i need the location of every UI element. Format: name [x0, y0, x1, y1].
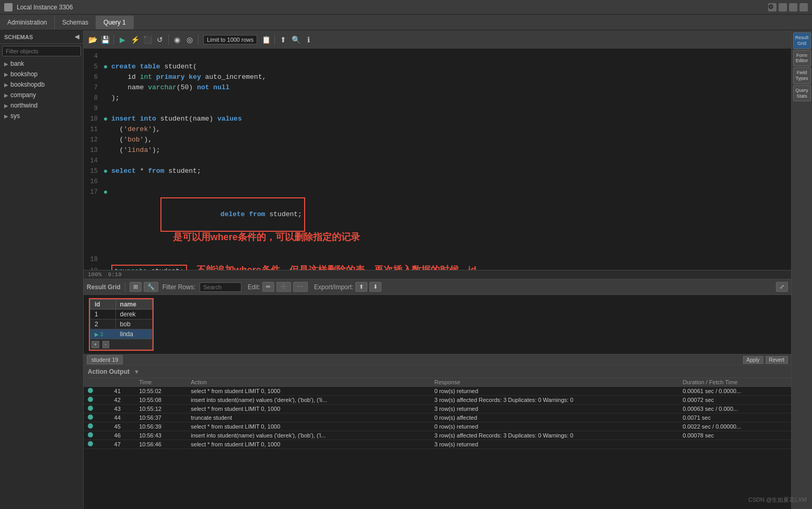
open-file-btn[interactable]: 📂	[87, 34, 98, 45]
export-btn[interactable]: ⬆	[277, 34, 289, 45]
edit-btn1[interactable]: ✏	[262, 282, 274, 292]
exec-current-btn[interactable]: ⚡	[129, 34, 141, 45]
right-btn-query-stats[interactable]: Query Stats	[793, 85, 811, 102]
layout2-btn[interactable]	[789, 3, 797, 11]
code-line-16: 16	[84, 176, 791, 187]
action-status-dot	[84, 396, 110, 405]
apply-btn[interactable]: Apply	[743, 356, 763, 364]
edit-btn3[interactable]: ➖	[293, 282, 308, 292]
sidebar-item-bookshop[interactable]: ▶ bookshop	[0, 69, 83, 79]
action-col-time: Time	[135, 378, 187, 387]
action-table-row: 42 10:55:08 insert into student(name) va…	[84, 396, 791, 405]
save-btn[interactable]: 💾	[99, 34, 111, 45]
sep4	[274, 34, 275, 45]
action-row-action: select * from student LIMIT 0, 1000	[187, 387, 430, 396]
add-row-btn[interactable]: +	[91, 341, 99, 348]
sidebar-item-label-bookshop: bookshop	[10, 70, 38, 78]
sidebar-item-bank[interactable]: ▶ bank	[0, 58, 83, 69]
result-search-input[interactable]	[200, 282, 241, 292]
action-row-action: select * from student LIMIT 0, 1000	[187, 405, 430, 413]
status-indicator	[88, 397, 93, 402]
exec-btn[interactable]: ▶	[117, 34, 128, 45]
action-status-dot	[84, 387, 110, 396]
edit-btn2[interactable]: ➕	[276, 282, 291, 292]
tab-schemas[interactable]: Schemas	[55, 16, 96, 29]
expand-arrow-company: ▶	[4, 92, 8, 98]
delete-row-btn[interactable]: -	[102, 341, 109, 348]
search-toolbar-btn[interactable]: 🔍	[290, 34, 301, 45]
tab-administration[interactable]: Administration	[0, 16, 55, 29]
right-btn-form-editor[interactable]: Form Editor	[793, 50, 811, 67]
limit-btn[interactable]: 📋	[260, 34, 272, 45]
content-area: 📂 💾 ▶ ⚡ ⬛ ↺ ◉ ◎ Limit to 1000 rows 📋 ⬆ 🔍…	[84, 30, 791, 509]
action-row-time: 10:56:39	[135, 422, 187, 431]
close-window-btn[interactable]	[799, 3, 808, 11]
code-editor[interactable]: 4 5 create table student( 6 id int prima…	[84, 49, 791, 279]
exec-bullet-17	[104, 191, 107, 194]
layout1-btn[interactable]	[779, 3, 787, 11]
info-btn[interactable]: ℹ	[303, 34, 314, 45]
code-line-15: 15 select * from student;	[84, 166, 791, 176]
action-output-toggle[interactable]: ▼	[134, 369, 140, 375]
cell-id-3: ▶ 3	[90, 329, 116, 339]
action-col-num	[110, 378, 135, 387]
action-table-row: 46 10:56:43 insert into student(name) va…	[84, 431, 791, 440]
code-line-12: 12 ('bob'),	[84, 135, 791, 145]
action-row-response: 0 row(s) affected	[430, 413, 678, 422]
tab-query1[interactable]: Query 1	[96, 16, 134, 29]
expand-arrow-bookshopdb: ▶	[4, 82, 8, 88]
cell-id-1: 1	[90, 310, 116, 319]
query-tab-student[interactable]: student 19	[87, 355, 123, 364]
action-row-action: insert into student(name) values ('derek…	[187, 396, 430, 405]
right-btn-field-types[interactable]: Field Types	[793, 67, 811, 84]
sidebar-item-company[interactable]: ▶ company	[0, 90, 83, 100]
right-btn-result-grid[interactable]: Result Grid	[793, 32, 811, 49]
code-line-18: 18	[84, 254, 791, 265]
status-indicator	[88, 423, 93, 429]
limit-row-label: Limit to 1000 rows	[203, 35, 257, 44]
expand-grid-btn[interactable]: ⤢	[776, 282, 788, 292]
sidebar-search-input[interactable]	[2, 46, 81, 56]
action-row-response: 3 row(s) returned	[430, 405, 678, 413]
filter-rows-label: Filter Rows:	[163, 283, 195, 291]
action-row-num: 41	[110, 387, 135, 396]
right-panel: Result Grid Form Editor Field Types Quer…	[791, 30, 812, 509]
code-line-5: 5 create table student(	[84, 62, 791, 72]
grid-view-btn[interactable]: ⊞	[130, 282, 142, 292]
sidebar-item-northwind[interactable]: ▶ northwind	[0, 100, 83, 111]
table-row[interactable]: 1 derek	[90, 310, 153, 319]
sidebar-collapse-icon[interactable]: ◀	[75, 33, 79, 40]
code-line-9: 9	[84, 103, 791, 114]
cursor-position: 9:19	[108, 271, 121, 278]
action-row-action: truncate student	[187, 413, 430, 422]
settings-btn[interactable]: ⚙	[768, 3, 776, 11]
action-status-dot	[84, 413, 110, 422]
table-row-selected[interactable]: ▶ 3 linda	[90, 329, 153, 339]
status-indicator	[88, 388, 93, 393]
title-bar-actions: ⚙	[768, 3, 808, 11]
main-layout: SCHEMAS ◀ ▶ bank ▶ bookshop ▶ bookshopdb…	[0, 30, 812, 509]
action-row-time: 10:55:12	[135, 405, 187, 413]
export-import-label: Export/Import:	[314, 283, 353, 291]
import-btn[interactable]: ⬇	[369, 282, 381, 292]
sidebar-item-bookshopdb[interactable]: ▶ bookshopdb	[0, 79, 83, 90]
table-row[interactable]: 2 bob	[90, 319, 153, 329]
sep	[125, 282, 125, 292]
refresh-btn[interactable]: ↺	[154, 34, 166, 45]
expand-arrow-bookshop: ▶	[4, 72, 8, 77]
action-status-dot	[84, 431, 110, 440]
sidebar-item-sys[interactable]: ▶ sys	[0, 111, 83, 121]
code-line-14: 14	[84, 156, 791, 166]
toggle-btn[interactable]: ◉	[171, 34, 183, 45]
toggle2-btn[interactable]: ◎	[184, 34, 195, 45]
stop-btn[interactable]: ⬛	[142, 34, 153, 45]
revert-btn[interactable]: Revert	[765, 356, 788, 364]
filter-btn[interactable]: 🔧	[144, 282, 158, 292]
code-line-10: 10 insert into student(name) values	[84, 114, 791, 124]
action-col-response: Response	[430, 378, 678, 387]
export-btn2[interactable]: ⬆	[355, 282, 367, 292]
sep3	[198, 34, 199, 45]
action-row-action: select * from student LIMIT 0, 1000	[187, 422, 430, 431]
action-output: Action Output ▼ Time Action Response Dur…	[84, 365, 791, 509]
sidebar-item-label-sys: sys	[10, 112, 20, 120]
